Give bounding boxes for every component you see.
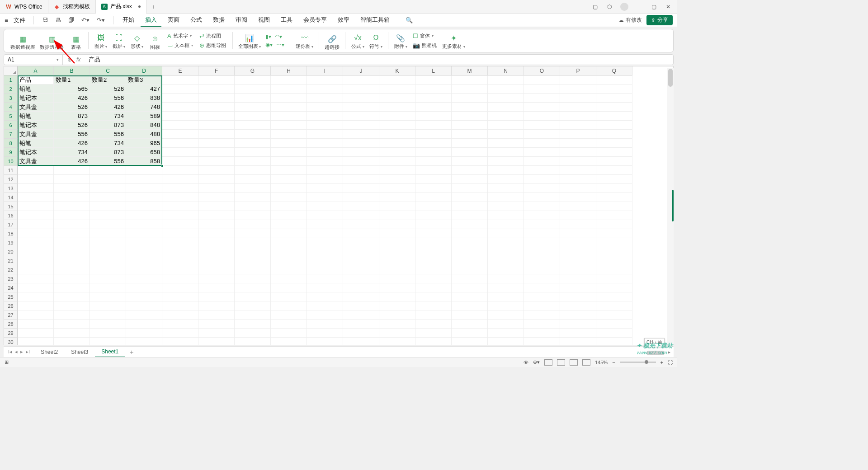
cell[interactable] <box>343 320 379 329</box>
row-header[interactable]: 8 <box>4 139 18 148</box>
row-header[interactable]: 24 <box>4 283 18 292</box>
reading-view-icon[interactable] <box>570 359 578 366</box>
cell[interactable] <box>560 202 596 211</box>
cell[interactable] <box>452 121 488 130</box>
cell[interactable] <box>379 229 415 238</box>
row-header[interactable]: 15 <box>4 202 18 211</box>
row-header[interactable]: 30 <box>4 338 18 345</box>
cell[interactable] <box>596 112 632 121</box>
cell[interactable] <box>560 320 596 329</box>
cell[interactable] <box>560 247 596 256</box>
cell[interactable] <box>162 211 198 220</box>
cell[interactable] <box>343 193 379 202</box>
cell[interactable] <box>379 292 415 301</box>
row-header[interactable]: 7 <box>4 130 18 139</box>
row-header[interactable]: 20 <box>4 247 18 256</box>
cell[interactable] <box>54 175 90 184</box>
all-charts-button[interactable]: 📊全部图表 <box>238 30 261 51</box>
cell[interactable] <box>596 75 632 85</box>
cell[interactable] <box>90 283 126 292</box>
cell[interactable] <box>560 85 596 94</box>
cell[interactable] <box>307 75 343 85</box>
cell[interactable]: 426 <box>90 103 126 112</box>
row-header[interactable]: 22 <box>4 265 18 274</box>
cell[interactable] <box>379 265 415 274</box>
cell[interactable] <box>198 310 235 320</box>
cell[interactable] <box>415 193 452 202</box>
cell[interactable] <box>126 202 162 211</box>
cell[interactable] <box>596 329 632 338</box>
cell[interactable] <box>307 247 343 256</box>
cell[interactable] <box>452 292 488 301</box>
cell[interactable] <box>560 193 596 202</box>
cell[interactable]: 589 <box>126 112 162 121</box>
cell[interactable] <box>235 202 271 211</box>
cell[interactable] <box>488 292 524 301</box>
picture-button[interactable]: 🖼图片 <box>94 30 108 51</box>
cell[interactable] <box>235 103 271 112</box>
cell[interactable] <box>126 310 162 320</box>
nav-last-icon[interactable]: ▸I <box>26 349 30 355</box>
cell[interactable] <box>415 310 452 320</box>
cell[interactable] <box>488 338 524 345</box>
cell[interactable] <box>452 175 488 184</box>
row-header[interactable]: 2 <box>4 85 18 94</box>
cell[interactable] <box>596 274 632 283</box>
pivot-chart-button[interactable]: ▥数据透视图 <box>40 30 65 51</box>
cell[interactable] <box>162 301 198 310</box>
cell[interactable] <box>307 274 343 283</box>
cell[interactable] <box>452 338 488 345</box>
cell[interactable] <box>488 283 524 292</box>
cell[interactable] <box>126 166 162 175</box>
cell[interactable] <box>18 193 54 202</box>
cell[interactable] <box>452 75 488 85</box>
pivot-table-button[interactable]: ▦数据透视表 <box>10 30 35 51</box>
nav-prev-icon[interactable]: ◂ <box>15 349 18 355</box>
cell[interactable] <box>379 283 415 292</box>
cube-icon[interactable]: ⬡ <box>606 3 613 10</box>
cell[interactable] <box>18 329 54 338</box>
cell[interactable] <box>162 229 198 238</box>
cell[interactable] <box>343 238 379 247</box>
cell[interactable] <box>560 238 596 247</box>
tab-file-active[interactable]: S 产品.xlsx <box>96 0 146 14</box>
cell[interactable] <box>524 238 560 247</box>
cell[interactable] <box>198 238 235 247</box>
cell[interactable] <box>307 301 343 310</box>
cell[interactable] <box>162 256 198 265</box>
cell[interactable] <box>235 121 271 130</box>
cell[interactable] <box>415 238 452 247</box>
cell[interactable] <box>452 112 488 121</box>
cell[interactable] <box>90 184 126 193</box>
cell[interactable] <box>452 229 488 238</box>
zoom-slider[interactable] <box>620 362 656 363</box>
cell[interactable] <box>452 301 488 310</box>
cell[interactable] <box>379 320 415 329</box>
cell[interactable] <box>488 310 524 320</box>
cell[interactable] <box>18 202 54 211</box>
cell[interactable] <box>488 85 524 94</box>
cell[interactable] <box>90 256 126 265</box>
symbol-button[interactable]: Ω符号 <box>369 30 382 51</box>
cell[interactable] <box>415 338 452 345</box>
cell[interactable]: 文具盒 <box>18 103 54 112</box>
cell[interactable]: 556 <box>90 157 126 166</box>
cell[interactable] <box>379 139 415 148</box>
cell[interactable] <box>524 211 560 220</box>
row-header[interactable]: 28 <box>4 320 18 329</box>
textbox-button[interactable]: ▭文本框 <box>166 41 194 50</box>
cell[interactable] <box>379 274 415 283</box>
cell[interactable] <box>307 238 343 247</box>
cell[interactable] <box>343 274 379 283</box>
cell[interactable] <box>343 75 379 85</box>
cell[interactable] <box>54 247 90 256</box>
cell[interactable] <box>126 292 162 301</box>
zoom-out-icon[interactable]: − <box>612 360 615 365</box>
cell[interactable] <box>524 175 560 184</box>
cell[interactable] <box>126 229 162 238</box>
cell[interactable] <box>271 175 307 184</box>
cell[interactable] <box>596 211 632 220</box>
minimize-button[interactable]: ─ <box>636 3 643 10</box>
cell[interactable]: 数量3 <box>126 75 162 85</box>
cell[interactable] <box>18 274 54 283</box>
